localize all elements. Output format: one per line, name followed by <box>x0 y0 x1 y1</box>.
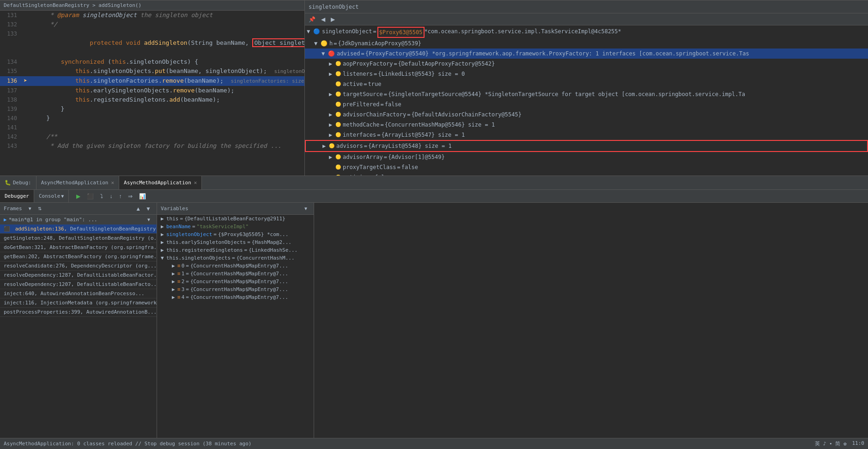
var-name: beanName <box>166 224 191 230</box>
debug-icon: 🐛 <box>5 180 11 186</box>
frame-item-7[interactable]: inject:640, AutowiredAnnotationBeanProce… <box>0 289 157 298</box>
expand-icon[interactable]: ▶ <box>172 263 177 269</box>
frames-sort[interactable]: ⇅ <box>36 205 43 212</box>
tree-item-active[interactable]: 🟡 active = true <box>305 79 868 89</box>
tree-item-advisor-array[interactable]: ▶ 🟡 advisorArray = {Advisor[1]@5549} <box>305 152 868 162</box>
tree-item-advisor-chain[interactable]: ▶ 🟡 advisorChainFactory = {DefaultAdviso… <box>305 109 868 120</box>
tree-item-h[interactable]: ▼ 🟡 h = {JdkDynamicAopProxy@5539} <box>305 38 868 49</box>
expand-icon[interactable]: ▶ <box>161 224 166 230</box>
expand-icon[interactable]: ▶ <box>161 216 166 222</box>
expand-icon[interactable]: ▶ <box>329 110 335 119</box>
var-entry-1[interactable]: ▶ ≡ 1 = {ConcurrentHashMap$MapEntry@7... <box>157 270 314 278</box>
frame-item-5[interactable]: resolveDependency:1287, DefaultListableB… <box>0 271 157 280</box>
frame-method: doGetBean:321, AbstractBeanFactory (org.… <box>4 244 157 250</box>
close-icon[interactable]: ✕ <box>194 180 197 186</box>
var-eq: = <box>186 263 189 269</box>
var-name: this.registeredSingletons <box>166 247 243 253</box>
tree-item-advised[interactable]: ▼ 🔴 advised = {ProxyFactory@5540} *org.s… <box>305 49 868 59</box>
debug-session-2[interactable]: AsyncMethodApplication ✕ <box>119 176 202 189</box>
tree-item-singleton-root[interactable]: ▼ 🔵 singletonObject = $Proxy63@5505 *com… <box>305 26 868 38</box>
tree-item-aop-proxy[interactable]: ▶ 🟡 aopProxyFactory = {DefaultAopProxyFa… <box>305 59 868 69</box>
code-line-133: 133 protected void addSingleton(String b… <box>0 29 304 57</box>
tree-val: {ArrayList@5547} size = 1 <box>381 130 465 140</box>
expand-icon[interactable]: ▶ <box>329 59 335 68</box>
expand-icon[interactable]: ▶ <box>329 130 335 140</box>
thread-item[interactable]: ▶ *main*@1 in group "main": ... ▼ <box>0 215 157 224</box>
forward-button[interactable]: ▶ <box>329 15 337 24</box>
expand-icon[interactable]: ▶ <box>329 69 335 79</box>
step-over-button[interactable]: ⤵ <box>98 192 105 200</box>
frame-item-6[interactable]: resolveDependency:1207, DefaultListableB… <box>0 280 157 289</box>
thread-filter[interactable]: ▼ <box>145 216 153 223</box>
pin-button[interactable]: 📌 <box>307 15 317 24</box>
debugger-tab-bar: Debugger Console ▼ ▶ ⬛ ⤵ ↓ ↑ ⇒ 📊 <box>0 190 868 203</box>
close-icon[interactable]: ✕ <box>111 180 114 186</box>
expand-icon[interactable]: ▼ <box>161 255 166 261</box>
expand-icon[interactable]: ▼ <box>314 39 321 48</box>
tree-item-optimize[interactable]: 🟡 optimize = false <box>305 172 868 176</box>
tree-key: advisorChainFactory <box>343 110 406 119</box>
tree-eq: = <box>361 49 364 58</box>
frames-filter[interactable]: ▼ <box>26 205 34 212</box>
line-num: 143 <box>0 141 21 151</box>
console-tab-label: Console <box>39 193 60 199</box>
step-out-button[interactable]: ↑ <box>117 192 123 200</box>
frames-title: Frames <box>4 206 22 212</box>
code-line-139: 139 } <box>0 104 304 114</box>
expand-icon[interactable]: ▶ <box>329 152 335 162</box>
var-registered-singletons[interactable]: ▶ this.registeredSingletons = {LinkedHas… <box>157 246 314 254</box>
var-singleton-object[interactable]: ▶ singletonObject = {$Proxy63@5505} *com… <box>157 231 314 238</box>
back-button[interactable]: ◀ <box>319 15 327 24</box>
resume-button[interactable]: ▶ <box>74 192 82 200</box>
var-early-singleton[interactable]: ▶ this.earlySingletonObjects = {HashMap@… <box>157 238 314 246</box>
tree-item-target-source[interactable]: ▶ 🟡 targetSource = {SingletonTargetSourc… <box>305 89 868 99</box>
evaluate-button[interactable]: 📊 <box>137 192 148 200</box>
expand-icon[interactable]: ▶ <box>172 294 177 300</box>
expand-icon[interactable]: ▶ <box>161 239 166 245</box>
expand-icon[interactable]: ▶ <box>329 90 335 99</box>
frame-item-1[interactable]: getSingleton:248, DefaultSingletonBeanRe… <box>0 234 157 243</box>
frame-item-3[interactable]: getBean:202, AbstractBeanFactory (org.sp… <box>0 252 157 261</box>
tree-item-interfaces[interactable]: ▶ 🟡 interfaces = {ArrayList@5547} size =… <box>305 130 868 140</box>
var-eq: = <box>213 231 217 237</box>
expand-icon[interactable]: ▶ <box>322 141 329 151</box>
var-entry-4[interactable]: ▶ ≡ 4 = {ConcurrentHashMap$MapEntry@7... <box>157 293 314 301</box>
run-to-cursor-button[interactable]: ⇒ <box>126 192 134 200</box>
var-entry-2[interactable]: ▶ ≡ 2 = {ConcurrentHashMap$MapEntry@7... <box>157 278 314 285</box>
tree-item-listeners[interactable]: ▶ 🟡 listeners = {LinkedList@5543} size =… <box>305 69 868 79</box>
stop-button[interactable]: ⬛ <box>85 192 96 200</box>
debugger-tab[interactable]: Debugger <box>0 190 34 202</box>
tree-item-proxy-target[interactable]: 🟡 proxyTargetClass = false <box>305 162 868 172</box>
expand-icon[interactable]: ▶ <box>172 286 177 292</box>
tree-eq: = <box>380 100 383 109</box>
console-tab[interactable]: Console ▼ <box>34 190 69 202</box>
frame-up[interactable]: ▲ <box>134 205 143 213</box>
step-into-button[interactable]: ↓ <box>108 192 114 200</box>
frame-item-2[interactable]: doGetBean:321, AbstractBeanFactory (org.… <box>0 243 157 252</box>
expand-icon[interactable]: ▼ <box>307 27 313 36</box>
expand-icon[interactable]: ▶ <box>161 247 166 253</box>
tree-item-advisors[interactable]: ▶ 🟡 advisors = {ArrayList@5548} size = 1 <box>305 140 868 152</box>
tree-item-prefiltered[interactable]: 🟡 preFiltered = false <box>305 99 868 109</box>
var-entry-0[interactable]: ▶ ≡ 0 = {ConcurrentHashMap$MapEntry@7... <box>157 262 314 270</box>
expand-icon[interactable]: ▶ <box>172 271 177 277</box>
frame-item-4[interactable]: resolveCandidate:276, DependencyDescript… <box>0 261 157 271</box>
var-this[interactable]: ▶ this = {DefaultListableBeanFactory@291… <box>157 215 314 223</box>
var-name: 1 <box>182 271 185 277</box>
debug-session-1[interactable]: AsyncMethodApplication ✕ <box>36 176 119 189</box>
expand-icon[interactable]: ▶ <box>161 231 166 237</box>
var-entry-3[interactable]: ▶ ≡ 3 = {ConcurrentHashMap$MapEntry@7... <box>157 285 314 293</box>
expand-icon[interactable]: ▶ <box>172 279 177 285</box>
var-singleton-objects[interactable]: ▼ this.singletonObjects = {ConcurrentHas… <box>157 254 314 262</box>
expand-icon[interactable]: ▼ <box>322 49 328 58</box>
frame-item-9[interactable]: postProcessProperties:399, AutowiredAnno… <box>0 308 157 317</box>
thread-icon: ▶ <box>4 217 7 223</box>
expand-icon[interactable]: ▶ <box>329 120 335 129</box>
var-val: {HashMap@2... <box>252 239 291 245</box>
frame-item-8[interactable]: inject:116, InjectionMetadata (org.sprin… <box>0 298 157 308</box>
frame-down[interactable]: ▼ <box>144 205 153 213</box>
variables-filter[interactable]: ▼ <box>302 205 310 212</box>
tree-item-method-cache[interactable]: ▶ 🟡 methodCache = {ConcurrentHashMap@554… <box>305 120 868 130</box>
var-bean-name[interactable]: ▶ beanName = "taskServiceImpl" <box>157 223 314 231</box>
frame-item-0[interactable]: ⬛ addSingleton:136, DefaultSingletonBean… <box>0 224 157 234</box>
